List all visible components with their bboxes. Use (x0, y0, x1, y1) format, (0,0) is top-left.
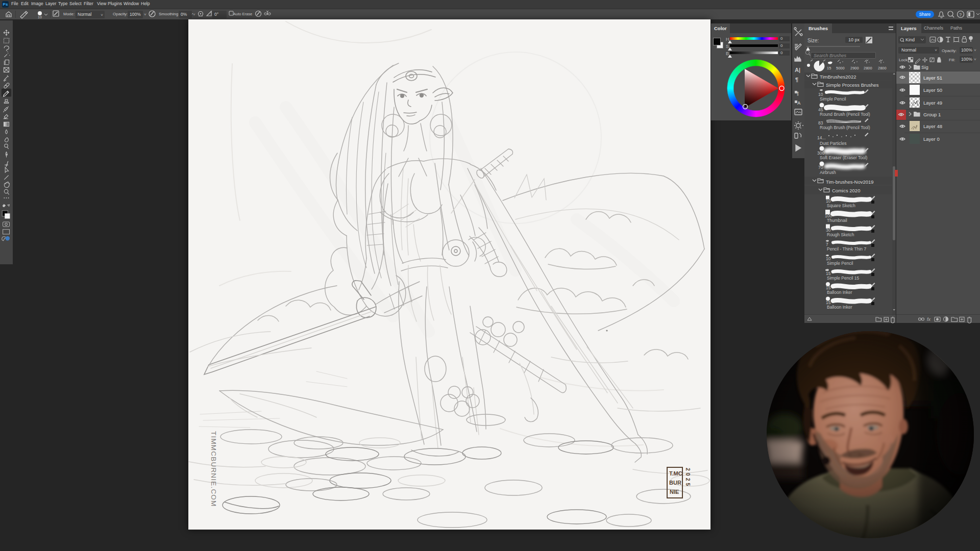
svg-text:Simple Process Brushes: Simple Process Brushes (826, 82, 879, 88)
svg-text:Tim-brushes-Nov2019: Tim-brushes-Nov2019 (826, 179, 874, 185)
svg-text:Pencil - Think Thin 7: Pencil - Think Thin 7 (827, 246, 866, 252)
svg-text:TIMMCBURNIE.COM: TIMMCBURNIE.COM (210, 431, 217, 507)
svg-text:¶: ¶ (795, 77, 798, 83)
svg-text:Layer 48: Layer 48 (923, 123, 942, 129)
svg-text:TimBrushes2022: TimBrushes2022 (820, 74, 856, 80)
svg-text:Square Sketch: Square Sketch (827, 203, 855, 208)
svg-text:Opacity:: Opacity: (113, 12, 128, 16)
svg-text:Rough Brush (Pencil Tool): Rough Brush (Pencil Tool) (820, 125, 870, 130)
svg-text:Smoothing:: Smoothing: (159, 12, 179, 16)
svg-text:Group 1: Group 1 (923, 112, 941, 117)
svg-text:NIE: NIE (670, 489, 679, 495)
svg-text:70: 70 (818, 165, 823, 170)
svg-text:fx: fx (927, 317, 931, 322)
svg-text:Balloon Inker: Balloon Inker (827, 290, 852, 295)
svg-text:2800: 2800 (878, 66, 887, 70)
svg-text:Auto Erase: Auto Erase (233, 12, 252, 16)
svg-text:Layer 49: Layer 49 (923, 100, 942, 106)
svg-text:Comics 2020: Comics 2020 (832, 188, 860, 193)
svg-text:Dust Particles: Dust Particles (820, 141, 846, 146)
svg-text:2025: 2025 (685, 468, 691, 488)
svg-text:T.MC: T.MC (669, 470, 682, 477)
svg-text:Layer 0: Layer 0 (923, 136, 940, 142)
svg-text:2900: 2900 (850, 66, 859, 70)
svg-text:Airbrush: Airbrush (820, 170, 836, 175)
svg-text:Rough Sketch: Rough Sketch (827, 232, 854, 237)
svg-text:A: A (797, 101, 801, 106)
svg-text:15: 15 (827, 66, 831, 70)
svg-text:Layer 50: Layer 50 (923, 87, 942, 93)
svg-text:Mode:: Mode: (63, 12, 75, 16)
svg-text:Thumbnail: Thumbnail (827, 218, 847, 223)
svg-text:A|: A| (795, 67, 800, 73)
svg-text:14...: 14... (817, 135, 826, 140)
svg-text:Soft Eraser (Eraser Tool): Soft Eraser (Eraser Tool) (820, 155, 868, 160)
svg-text:?: ? (959, 12, 962, 17)
svg-text:2800: 2800 (864, 66, 872, 70)
svg-text:Layer 51: Layer 51 (923, 75, 942, 81)
svg-text:Round Brush (Pencil Tool): Round Brush (Pencil Tool) (820, 112, 870, 117)
svg-text:Simple Pencil: Simple Pencil (827, 261, 853, 266)
svg-text:Sig: Sig (921, 64, 928, 70)
svg-text:Simple Pencil 15: Simple Pencil 15 (827, 276, 860, 281)
svg-text:10: 10 (38, 15, 42, 19)
svg-text:Balloon Inker: Balloon Inker (827, 305, 852, 310)
svg-text:Simple Pencil: Simple Pencil (820, 96, 846, 102)
svg-text:Kind: Kind (905, 37, 915, 42)
svg-text:BUR: BUR (669, 480, 681, 486)
svg-text:5000: 5000 (836, 66, 845, 70)
